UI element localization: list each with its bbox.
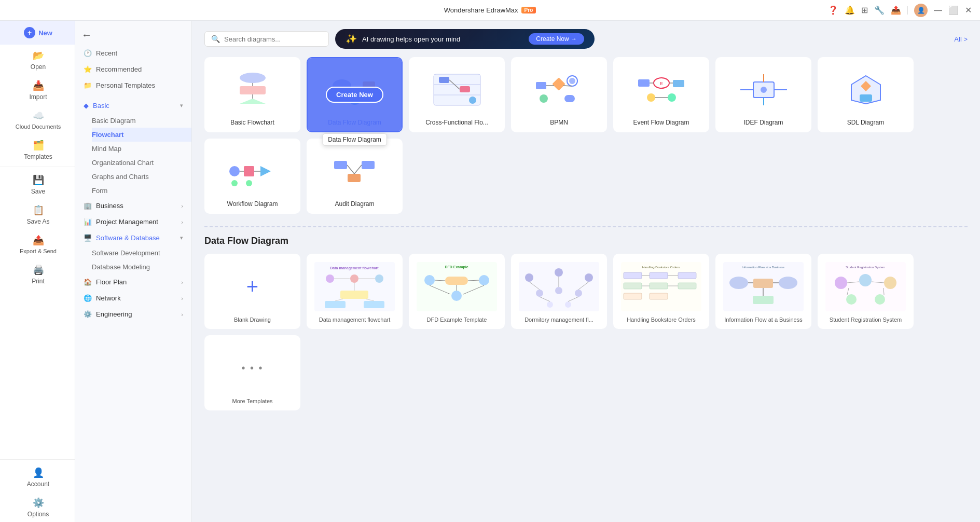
nav-section-floorplan[interactable]: 🏠 Floor Plan › xyxy=(75,274,191,290)
template-more[interactable]: • • • More Templates xyxy=(204,335,300,410)
template-dfd-example[interactable]: DFD Example DFD Example Template xyxy=(409,254,505,329)
minimize-btn[interactable]: — xyxy=(934,6,942,15)
close-btn[interactable]: ✕ xyxy=(965,5,972,15)
svg-rect-100 xyxy=(650,283,668,289)
svg-rect-15 xyxy=(460,86,470,92)
nav-section-network[interactable]: 🌐 Network › xyxy=(75,290,191,306)
back-btn[interactable]: ← xyxy=(75,25,191,45)
nav-section-business[interactable]: 🏢 Business › xyxy=(75,198,191,214)
card-event-flow[interactable]: E Event Flow Diagram xyxy=(613,57,709,132)
diagram-type-grid: Basic Flowchart AI Create New xyxy=(204,57,968,214)
template-student-reg[interactable]: Student Registration System Student Regi… xyxy=(818,254,914,329)
svg-rect-112 xyxy=(753,279,773,288)
nav-recent[interactable]: 🕐 Recent xyxy=(75,45,191,61)
card-workflow[interactable]: Workflow Diagram xyxy=(204,139,300,214)
template-student-reg-image: Student Registration System xyxy=(824,260,907,313)
create-new-btn[interactable]: Create New xyxy=(326,87,383,103)
sidebar-item-cloud[interactable]: ☁️ Cloud Documents xyxy=(0,105,75,134)
sidebar-item-save[interactable]: 💾 Save xyxy=(0,169,75,199)
svg-point-87 xyxy=(547,301,553,308)
help-icon[interactable]: ❓ xyxy=(828,5,838,15)
svg-rect-1 xyxy=(240,86,266,94)
open-label: Open xyxy=(31,63,46,71)
template-data-mgmt[interactable]: Data management flowchart Dat xyxy=(307,254,403,329)
sidebar-item-templates[interactable]: 🗂️ Templates xyxy=(0,134,75,164)
saveas-icon: 📋 xyxy=(33,204,44,216)
nav-form[interactable]: Form xyxy=(92,184,191,198)
svg-point-86 xyxy=(575,290,582,297)
apps-icon[interactable]: ⊞ xyxy=(861,5,868,15)
card-audit[interactable]: Audit Diagram xyxy=(307,139,403,214)
bell-icon[interactable]: 🔔 xyxy=(845,5,855,15)
maximize-btn[interactable]: ⬜ xyxy=(948,5,959,15)
search-input[interactable] xyxy=(224,35,322,43)
sidebar-item-new[interactable]: + New xyxy=(0,21,75,45)
nav-flowchart[interactable]: Flowchart xyxy=(92,128,191,142)
svg-rect-102 xyxy=(624,293,642,299)
card-bpmn[interactable]: BPMN xyxy=(511,57,607,132)
back-icon[interactable]: ← xyxy=(81,29,92,40)
sidebar-item-saveas[interactable]: 📋 Save As xyxy=(0,199,75,229)
card-idef-label: IDEF Diagram xyxy=(743,119,783,126)
ai-create-btn[interactable]: Create Now → xyxy=(529,33,584,45)
nav-form-label: Form xyxy=(92,187,107,195)
svg-point-122 xyxy=(846,294,857,305)
nav-basic-diagram[interactable]: Basic Diagram xyxy=(92,114,191,128)
user-avatar[interactable]: 👤 xyxy=(914,4,928,17)
card-data-flow[interactable]: AI Create New Data Flow Diagram Data Flo… xyxy=(307,57,403,132)
template-bookstore[interactable]: Handling Bookstore Orders xyxy=(613,254,709,329)
ai-icon: ✨ xyxy=(346,33,357,45)
sidebar-item-open[interactable]: 📂 Open xyxy=(0,45,75,75)
all-link[interactable]: All > xyxy=(954,35,968,43)
sidebar-item-export[interactable]: 📤 Export & Send xyxy=(0,229,75,259)
svg-rect-103 xyxy=(650,293,668,299)
card-bpmn-label: BPMN xyxy=(550,119,568,126)
template-info-flow[interactable]: Information Flow at a Business Informati… xyxy=(715,254,811,329)
card-sdl[interactable]: SDL Diagram xyxy=(818,57,914,132)
nav-software-dev[interactable]: Software Development xyxy=(92,246,191,260)
svg-point-49 xyxy=(231,180,238,186)
svg-text:Data management flowchart: Data management flowchart xyxy=(330,266,379,270)
sidebar-item-import[interactable]: 📥 Import xyxy=(0,75,75,105)
template-dormitory[interactable]: Dormitory management fl... xyxy=(511,254,607,329)
card-idef[interactable]: IDEF Diagram xyxy=(715,57,811,132)
svg-rect-52 xyxy=(362,161,375,169)
nav-section-software[interactable]: 🖥️ Software & Database ▾ xyxy=(75,230,191,246)
nav-graphs[interactable]: Graphs and Charts xyxy=(92,170,191,184)
nav-org-chart[interactable]: Organizational Chart xyxy=(92,156,191,170)
ai-banner[interactable]: ✨ AI drawing helps open your mind Create… xyxy=(335,29,595,49)
sidebar-item-account[interactable]: 👤 Account xyxy=(0,462,75,492)
card-basic-flowchart[interactable]: Basic Flowchart xyxy=(204,57,300,132)
svg-text:Handling Bookstore Orders: Handling Bookstore Orders xyxy=(642,266,680,269)
account-icon: 👤 xyxy=(33,467,44,478)
card-cross-functional[interactable]: Cross-Functional Flo... xyxy=(409,57,505,132)
template-blank[interactable]: + Blank Drawing xyxy=(204,254,300,329)
search-box[interactable]: 🔍 xyxy=(204,31,329,47)
svg-point-84 xyxy=(536,290,543,297)
nav-mind-map[interactable]: Mind Map xyxy=(92,142,191,156)
nav-personal-templates[interactable]: 📁 Personal Templates xyxy=(75,77,191,93)
floorplan-icon: 🏠 xyxy=(84,278,92,286)
nav-pm-label: Project Management xyxy=(96,218,158,226)
svg-point-71 xyxy=(424,275,435,285)
template-dfd-label: DFD Example Template xyxy=(427,317,487,323)
software-icon: 🖥️ xyxy=(84,234,92,242)
template-bookstore-image: Handling Bookstore Orders xyxy=(619,260,703,313)
sidebar-item-options[interactable]: ⚙️ Options xyxy=(0,492,75,522)
svg-point-72 xyxy=(479,275,489,285)
nav-section-basic[interactable]: ◆ Basic ▾ xyxy=(75,98,191,114)
svg-marker-46 xyxy=(260,166,271,176)
section-divider xyxy=(204,226,968,227)
nav-database[interactable]: Database Modeling xyxy=(92,260,191,274)
svg-point-22 xyxy=(540,94,548,103)
nav-recommended[interactable]: ⭐ Recommended xyxy=(75,61,191,77)
nav-section-engineering[interactable]: ⚙️ Engineering › xyxy=(75,306,191,322)
card-idef-image xyxy=(722,63,805,116)
business-chevron: › xyxy=(181,203,183,209)
share-icon[interactable]: 📤 xyxy=(891,5,901,15)
settings-icon[interactable]: 🔧 xyxy=(874,5,885,15)
export-label: Export & Send xyxy=(20,248,57,255)
nav-section-pm[interactable]: 📊 Project Management › xyxy=(75,214,191,230)
personal-templates-icon: 📁 xyxy=(84,81,92,89)
sidebar-item-print[interactable]: 🖨️ Print xyxy=(0,259,75,289)
